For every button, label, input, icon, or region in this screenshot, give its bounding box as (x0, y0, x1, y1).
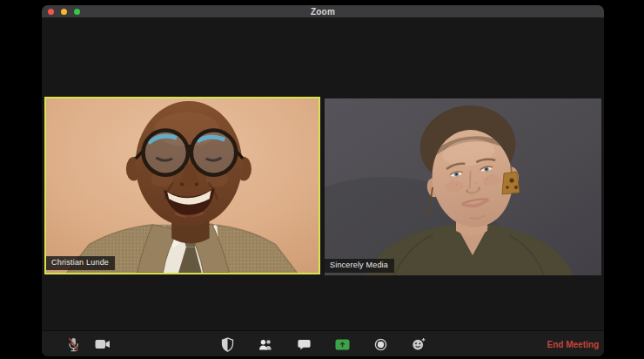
participant-video-2 (325, 98, 601, 275)
reactions-button[interactable] (410, 333, 427, 356)
video-camera-icon (95, 339, 111, 349)
share-screen-icon (335, 339, 350, 350)
zoom-window: Zoom (42, 5, 604, 356)
end-meeting-button[interactable]: End Meeting (547, 331, 599, 356)
fullscreen-button[interactable] (74, 9, 80, 15)
shield-icon (221, 337, 234, 352)
participant-name: Sincerely Media (330, 261, 388, 269)
desktop-background: Zoom (0, 0, 644, 359)
video-tile-1[interactable]: Christian Lunde (44, 97, 320, 274)
toolbar-left-group (64, 331, 111, 356)
stop-video-button[interactable] (94, 333, 111, 356)
meeting-toolbar: End Meeting (42, 330, 604, 356)
window-title: Zoom (311, 7, 335, 17)
microphone-muted-icon (66, 336, 81, 353)
participant-name: Christian Lunde (51, 258, 109, 267)
toolbar-center-group (218, 331, 427, 356)
close-button[interactable] (48, 9, 54, 15)
share-screen-button[interactable] (333, 333, 351, 356)
participants-icon (258, 339, 273, 350)
participant-nameplate: Christian Lunde (46, 256, 115, 270)
record-button[interactable] (372, 333, 389, 356)
mute-button[interactable] (64, 333, 82, 356)
participant-video-1 (46, 98, 319, 273)
traffic-lights (48, 5, 80, 17)
reactions-smiley-icon (412, 337, 426, 351)
chat-button[interactable] (295, 333, 312, 356)
participant-nameplate: Sincerely Media (325, 259, 394, 273)
chat-bubble-icon (298, 339, 311, 350)
security-button[interactable] (218, 333, 236, 356)
video-tile-2[interactable]: Sincerely Media (325, 98, 601, 275)
window-titlebar[interactable]: Zoom (42, 5, 604, 17)
participants-button[interactable] (257, 333, 274, 356)
record-icon (374, 338, 387, 351)
minimize-button[interactable] (61, 9, 67, 15)
video-gallery: Christian Lunde (42, 17, 604, 330)
